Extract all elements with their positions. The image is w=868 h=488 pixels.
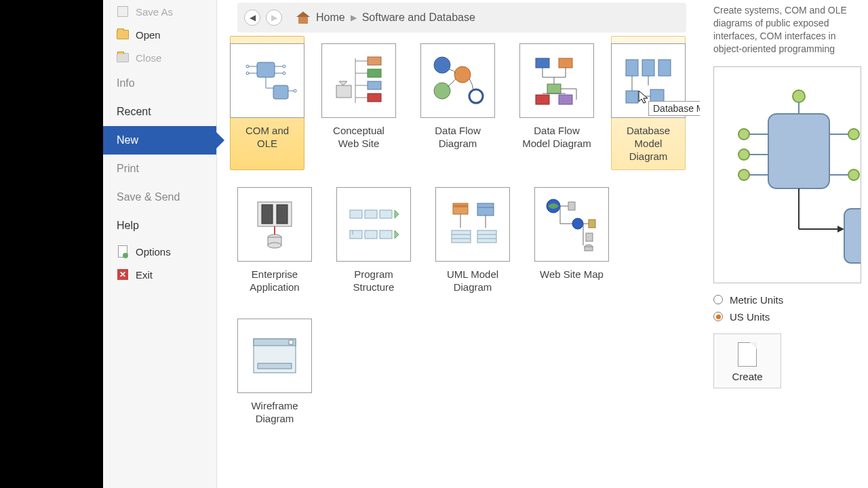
print-item[interactable]: Print (103, 155, 216, 183)
template-uml-model-diagram[interactable]: UML Model Diagram (435, 187, 510, 294)
template-label: Program Structure (336, 268, 411, 294)
details-panel: Create systems, COM and OLE diagrams of … (700, 0, 868, 488)
folder-open-icon (117, 28, 129, 41)
svg-rect-95 (258, 363, 292, 369)
radio-metric[interactable]: Metric Units (713, 294, 861, 306)
exit-item[interactable]: ✕ Exit (103, 263, 216, 286)
svg-rect-39 (536, 95, 549, 104)
svg-point-27 (434, 83, 450, 99)
svg-point-25 (434, 57, 450, 73)
template-program-structure[interactable]: Program Structure (336, 187, 411, 294)
template-thumb (435, 187, 510, 262)
save-as-label: Save As (136, 6, 173, 18)
svg-point-57 (268, 243, 281, 248)
svg-point-107 (848, 169, 859, 180)
template-gallery: ◀ ▶ Home ▶ Software and Database (217, 0, 700, 488)
breadcrumb-separator-icon: ▶ (351, 13, 357, 22)
template-enterprise-application[interactable]: Enterprise Application (237, 187, 312, 294)
svg-rect-0 (257, 62, 275, 77)
svg-rect-69 (477, 203, 494, 216)
svg-rect-91 (585, 247, 593, 251)
breadcrumb-category[interactable]: Software and Database (362, 12, 475, 24)
info-item[interactable]: Info (103, 69, 216, 98)
close-label: Close (136, 52, 161, 64)
svg-point-97 (793, 90, 805, 102)
svg-rect-30 (559, 58, 572, 68)
svg-rect-60 (380, 210, 392, 218)
template-label: UML Model Diagram (435, 268, 510, 294)
close-item[interactable]: Close (103, 46, 216, 69)
template-com-and-ole[interactable]: COM and OLE (230, 36, 304, 170)
unit-radio-group: Metric Units US Units (713, 294, 861, 323)
svg-point-26 (454, 66, 471, 83)
radio-off-icon (713, 295, 723, 304)
svg-rect-40 (559, 95, 572, 104)
template-database-model-diagram[interactable]: Database Model Diagram Database Model Di… (611, 36, 686, 170)
svg-rect-68 (453, 205, 468, 207)
svg-rect-88 (586, 233, 593, 241)
svg-marker-65 (395, 230, 399, 239)
template-thumb (321, 43, 396, 118)
template-thumb (420, 43, 495, 118)
svg-point-6 (283, 65, 285, 68)
radio-metric-label: Metric Units (730, 294, 783, 306)
svg-point-2 (246, 65, 249, 68)
template-web-site-map[interactable]: Web Site Map (534, 187, 609, 294)
template-thumb (336, 187, 411, 262)
nav-back-button[interactable]: ◀ (244, 9, 260, 26)
radio-us-label: US Units (730, 311, 770, 323)
template-label: Wireframe Diagram (237, 400, 312, 426)
create-button[interactable]: Create (713, 333, 781, 388)
svg-point-103 (738, 169, 749, 180)
svg-rect-43 (626, 60, 638, 76)
radio-us[interactable]: US Units (713, 311, 861, 323)
template-conceptual-web-site[interactable]: Conceptual Web Site (321, 43, 396, 163)
template-data-flow-diagram[interactable]: Data Flow Diagram (420, 43, 495, 163)
svg-point-28 (469, 89, 483, 103)
template-data-flow-model-diagram[interactable]: Data Flow Model Diagram (519, 43, 594, 163)
svg-point-8 (283, 72, 285, 75)
svg-marker-111 (837, 226, 844, 232)
page-icon (738, 342, 757, 367)
svg-rect-96 (768, 114, 829, 188)
breadcrumb-home[interactable]: Home (316, 12, 345, 24)
save-as-item[interactable]: Save As (103, 0, 216, 23)
app-frame: Save As Open Close Info Recent New Print… (103, 0, 868, 488)
svg-rect-112 (844, 209, 861, 263)
svg-rect-59 (365, 210, 377, 218)
open-item[interactable]: Open (103, 23, 216, 46)
create-label: Create (732, 371, 762, 382)
backstage-sidebar: Save As Open Close Info Recent New Print… (103, 0, 217, 488)
svg-rect-22 (368, 81, 381, 89)
svg-point-99 (738, 129, 749, 140)
svg-rect-73 (452, 230, 471, 243)
svg-rect-76 (477, 230, 496, 243)
template-grid: COM and OLE (237, 43, 686, 425)
svg-rect-94 (289, 340, 293, 344)
svg-rect-62 (350, 230, 362, 239)
svg-rect-29 (536, 58, 549, 68)
options-item[interactable]: Options (103, 240, 216, 263)
nav-forward-button[interactable]: ▶ (266, 9, 282, 26)
template-preview (713, 66, 861, 283)
new-item[interactable]: New (103, 126, 216, 155)
template-wireframe-diagram[interactable]: Wireframe Diagram (237, 319, 312, 426)
template-thumb (519, 43, 594, 118)
svg-rect-45 (658, 60, 671, 76)
exit-icon: ✕ (117, 268, 129, 281)
help-item[interactable]: Help (103, 211, 216, 240)
svg-marker-15 (339, 81, 347, 85)
save-send-item[interactable]: Save & Send (103, 183, 216, 211)
recent-item[interactable]: Recent (103, 98, 216, 126)
svg-point-4 (246, 72, 249, 75)
template-label: COM and OLE (237, 125, 297, 150)
svg-point-13 (294, 89, 296, 92)
svg-rect-20 (368, 69, 381, 77)
svg-rect-81 (568, 202, 575, 210)
svg-rect-14 (336, 85, 351, 98)
svg-rect-52 (262, 205, 273, 224)
black-strip (0, 0, 103, 488)
svg-rect-86 (589, 220, 595, 228)
template-thumb (230, 43, 304, 118)
home-icon[interactable] (297, 12, 311, 24)
